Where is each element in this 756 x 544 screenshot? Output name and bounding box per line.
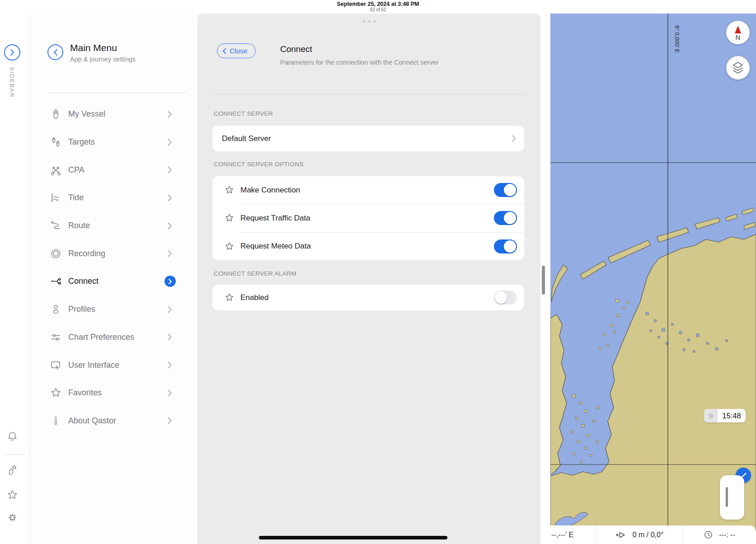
route-icon: [50, 220, 62, 232]
menu-item-user-interface[interactable]: User Interface: [30, 351, 197, 379]
chevron-right-icon: [512, 135, 516, 142]
meridian-label: 6° 0,000' E: [674, 25, 680, 53]
menu-item-favorites[interactable]: Favorites: [30, 379, 197, 407]
user-interface-icon: [50, 359, 62, 371]
map-time-value: 15:48: [718, 412, 746, 420]
menu-item-label: CPA: [68, 165, 85, 175]
alarm-enabled-toggle[interactable]: [494, 291, 517, 305]
menu-item-label: Tide: [68, 193, 84, 202]
main-menu-back-button[interactable]: [47, 44, 63, 60]
menu-item-label: Connect: [68, 277, 99, 286]
eta-readout[interactable]: ---: --: [683, 525, 756, 544]
close-button[interactable]: Close: [217, 43, 256, 58]
favorite-star-icon[interactable]: [224, 241, 235, 252]
map-status-bar: --,---' E 0 m / 0,0° ---: --: [550, 525, 756, 544]
sheet-drag-indicator[interactable]: [362, 20, 376, 23]
chevron-right-icon: [167, 389, 172, 397]
star-icon[interactable]: [6, 489, 19, 501]
chevron-right-icon: [168, 278, 172, 285]
map-canvas: 6° 0,000' E: [550, 14, 756, 544]
request-traffic-data-row[interactable]: Request Traffic Data: [240, 204, 524, 232]
eta-value: ---: --: [719, 531, 735, 539]
main-menu-subtitle: App & journey settings: [70, 56, 136, 63]
menu-item-label: About Qastor: [68, 416, 116, 426]
default-server-row[interactable]: Default Server: [212, 126, 524, 151]
bell-icon[interactable]: [6, 430, 19, 442]
clock-icon: [704, 530, 713, 539]
targets-icon: [50, 136, 62, 148]
option-label: Request Traffic Data: [240, 214, 310, 223]
qastor-app: September 25, 2024 at 3:48 PM 52 of 52 S…: [0, 0, 756, 544]
main-menu-panel: Main Menu App & journey settings My Vess…: [30, 14, 197, 544]
map-clock-chip[interactable]: 15:48: [704, 409, 746, 422]
daylight-icon: [704, 409, 718, 422]
make-connection-toggle[interactable]: [494, 183, 517, 197]
sheet-title: Connect: [280, 44, 312, 54]
zoom-slider-handle[interactable]: [726, 487, 728, 507]
page-indicator: 52 of 52: [0, 7, 756, 12]
menu-item-recording[interactable]: Recording: [30, 239, 197, 267]
menu-item-label: Chart Preferences: [68, 333, 134, 342]
chevron-left-icon: [222, 48, 226, 54]
request-meteo-data-toggle[interactable]: [494, 239, 517, 253]
chevron-right-icon: [167, 333, 172, 341]
compass-button[interactable]: N: [726, 21, 750, 44]
sidebar-expand-button[interactable]: [4, 44, 20, 61]
coordinate-readout[interactable]: --,---' E: [550, 525, 596, 544]
home-indicator[interactable]: [259, 536, 447, 539]
menu-item-chart-preferences[interactable]: Chart Preferences: [30, 324, 197, 352]
chart-preferences-icon: [50, 331, 62, 343]
layers-button[interactable]: [726, 56, 750, 80]
main-menu-title: Main Menu: [70, 42, 117, 53]
speed-heading-readout[interactable]: 0 m / 0,0°: [596, 525, 683, 544]
chevron-right-icon: [167, 249, 172, 258]
info-icon: [50, 415, 62, 427]
option-label: Make Connection: [240, 186, 300, 195]
chevron-right-icon: [167, 305, 172, 314]
layers-icon: [731, 61, 745, 74]
menu-item-profiles[interactable]: Profiles: [30, 295, 197, 324]
divider: [212, 94, 526, 94]
favorite-star-icon[interactable]: [224, 292, 235, 303]
menu-item-label: Recording: [68, 249, 105, 258]
chevron-right-icon: [167, 110, 172, 118]
gear-icon[interactable]: [6, 511, 19, 524]
menu-item-connect[interactable]: Connect: [30, 267, 197, 295]
zoom-slider[interactable]: [720, 475, 744, 520]
menu-item-label: User Interface: [68, 361, 119, 370]
north-arrow-icon: [733, 25, 743, 34]
connect-server-card: Default Server: [212, 126, 524, 151]
request-traffic-data-toggle[interactable]: [494, 211, 517, 225]
chevron-right-icon: [167, 166, 172, 174]
vessel-star-icon[interactable]: [6, 464, 19, 476]
menu-item-label: My Vessel: [68, 109, 105, 119]
date-time-label: September 25, 2024 at 3:48 PM: [0, 1, 756, 7]
alarm-enabled-row[interactable]: Enabled: [212, 285, 524, 310]
chevron-right-icon: [167, 417, 172, 425]
speed-heading-value: 0 m / 0,0°: [633, 531, 664, 539]
tide-icon: [50, 192, 62, 204]
rail-divider: [3, 455, 25, 455]
connect-settings-sheet: Close Connect Parameters for the connect…: [197, 14, 540, 544]
menu-item-targets[interactable]: Targets: [30, 128, 197, 156]
close-button-label: Close: [230, 47, 248, 55]
make-connection-row[interactable]: Make Connection: [212, 176, 524, 204]
menu-item-route[interactable]: Route: [30, 212, 197, 240]
menu-item-cpa[interactable]: CPA: [30, 156, 197, 184]
connect-icon: [50, 275, 62, 287]
active-chevron-badge: [164, 276, 176, 287]
menu-item-tide[interactable]: Tide: [30, 184, 197, 212]
favorite-star-icon[interactable]: [224, 213, 235, 223]
sidebar-rail: SIDEBAR: [0, 14, 30, 544]
favorite-star-icon[interactable]: [224, 185, 235, 195]
menu-item-my-vessel[interactable]: My Vessel: [30, 100, 197, 128]
cpa-icon: [50, 164, 62, 176]
section-header-server-options: CONNECT SERVER OPTIONS: [214, 161, 304, 168]
server-options-card: Make Connection Request Traffic Data Req…: [212, 176, 524, 260]
request-meteo-data-row[interactable]: Request Meteo Data: [240, 232, 524, 260]
menu-item-label: Targets: [68, 137, 95, 147]
menu-item-about-qastor[interactable]: About Qastor: [30, 407, 197, 435]
compass-north-label: N: [736, 34, 741, 40]
panel-drag-handle[interactable]: [542, 266, 545, 295]
chart-map[interactable]: 6° 0,000' E N 15:48 --,---' E 0 m / 0,0: [550, 14, 756, 544]
